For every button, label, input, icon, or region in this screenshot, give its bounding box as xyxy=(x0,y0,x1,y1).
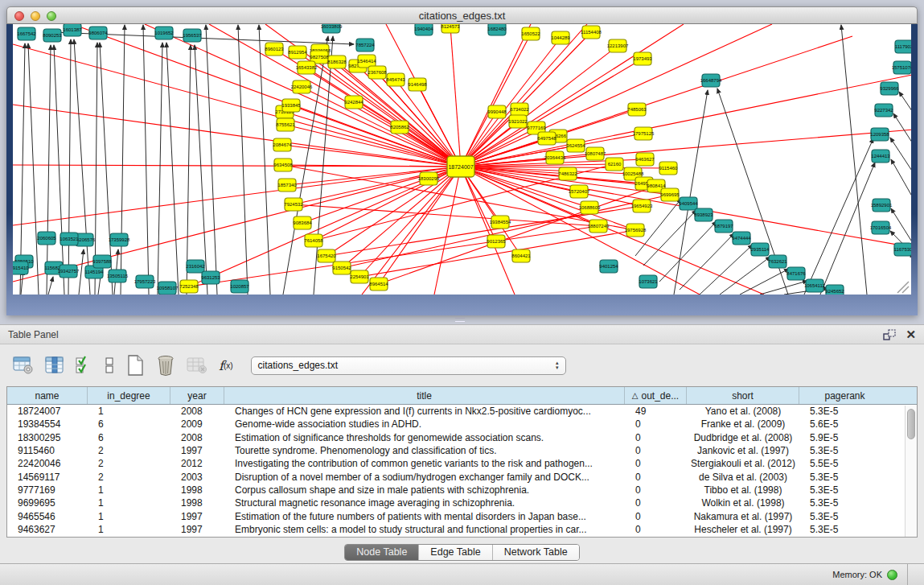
graph-node[interactable]: 9397588 xyxy=(92,255,112,268)
graph-node[interactable]: 7485063 xyxy=(627,103,647,116)
graph-node[interactable]: 7632621 xyxy=(768,255,787,268)
graph-node[interactable]: 16033809 xyxy=(321,24,343,33)
graph-node[interactable]: 9409544 xyxy=(679,197,698,210)
graph-node[interactable]: 18300295 xyxy=(418,172,440,185)
graph-node[interactable]: 1675420 xyxy=(317,249,336,262)
graph-node[interactable]: 8755621 xyxy=(276,118,295,131)
graph-node[interactable]: 1667542 xyxy=(17,27,36,40)
graph-node[interactable]: 20364436 xyxy=(544,151,566,164)
graph-node[interactable]: 1857340 xyxy=(277,179,297,192)
graph-node[interactable]: 7924532 xyxy=(284,198,303,211)
graph-node[interactable]: 9401254 xyxy=(599,260,618,273)
function-builder-icon[interactable]: f(x) xyxy=(219,352,233,379)
zoom-traffic-light-icon[interactable] xyxy=(47,11,56,21)
column-header-year[interactable]: year xyxy=(170,387,224,404)
graph-node[interactable]: 9463627 xyxy=(635,153,655,166)
graph-node[interactable]: 15751074 xyxy=(892,61,911,74)
graph-node[interactable]: 9806074 xyxy=(88,27,108,39)
graph-node[interactable]: 1650522 xyxy=(521,27,540,40)
column-header-title[interactable]: title xyxy=(224,387,625,404)
graph-node[interactable]: 7252348 xyxy=(179,280,199,293)
tab-edge-table[interactable]: Edge Table xyxy=(418,545,491,560)
graph-node[interactable]: 7486322 xyxy=(558,167,577,180)
graph-node[interactable]: 19384554 xyxy=(490,216,511,229)
graph-node[interactable]: 1063521 xyxy=(60,233,79,245)
graph-node[interactable]: 2367608 xyxy=(368,66,387,79)
table-row[interactable]: 1938455462009Genome-wide association stu… xyxy=(7,418,917,431)
graph-node[interactable]: 2935114 xyxy=(751,243,770,256)
graph-node[interactable]: 6879197 xyxy=(714,220,733,233)
graph-node[interactable]: 15892901 xyxy=(871,199,893,212)
graph-node[interactable]: 7614058 xyxy=(304,234,323,247)
tab-node-table[interactable]: Node Table xyxy=(345,545,418,560)
graph-node[interactable]: 15720407 xyxy=(569,185,590,198)
float-panel-icon[interactable] xyxy=(883,329,896,340)
window-titlebar[interactable]: citations_edges.txt xyxy=(6,6,918,24)
memory-ok-indicator-icon[interactable] xyxy=(887,570,897,580)
graph-node[interactable]: 10688609 xyxy=(579,201,601,214)
column-header-name[interactable]: name xyxy=(7,387,88,404)
graph-node[interactable]: 8964514 xyxy=(369,278,388,290)
graph-node[interactable]: 16648794 xyxy=(700,74,722,87)
graph-node[interactable]: 17359928 xyxy=(109,233,130,246)
table-row[interactable]: 977716911998Corpus callosum shape and si… xyxy=(7,484,917,496)
graph-node[interactable]: 6734022 xyxy=(510,103,529,116)
graph-node[interactable]: 1117902 xyxy=(895,40,911,53)
graph-node[interactable]: 8124573 xyxy=(441,24,460,33)
graph-node[interactable]: 8960123 xyxy=(265,43,284,56)
graph-node[interactable]: 19342757 xyxy=(58,265,80,278)
table-row[interactable]: 2242004622012Investigating the contribut… xyxy=(7,457,917,470)
graph-node[interactable]: 1209358 xyxy=(870,128,889,141)
close-traffic-light-icon[interactable] xyxy=(14,11,24,21)
row-height-icon[interactable] xyxy=(105,352,114,379)
minimize-traffic-light-icon[interactable] xyxy=(31,11,40,21)
graph-node[interactable]: 1940404 xyxy=(414,24,433,35)
graph-node[interactable]: 1167530 xyxy=(894,243,911,256)
graph-node[interactable]: 1019652 xyxy=(154,27,174,39)
table-row[interactable]: 1830029562008Estimation of significance … xyxy=(7,431,917,444)
graph-node[interactable]: 17975125 xyxy=(633,127,655,140)
graph-node[interactable]: 1044289 xyxy=(551,31,570,44)
graph-node[interactable]: 6497548 xyxy=(537,132,556,145)
graph-hub-node[interactable]: 18724007 xyxy=(447,156,474,177)
table-settings-icon[interactable] xyxy=(13,352,34,379)
graph-node[interactable]: 9631253 xyxy=(201,271,220,284)
graph-node[interactable]: 1921022 xyxy=(508,115,528,128)
graph-node[interactable]: 1682480 xyxy=(487,24,507,35)
graph-node[interactable]: 8186328 xyxy=(327,56,347,68)
graph-node[interactable]: 9474444 xyxy=(732,232,751,245)
graph-node[interactable]: 1020857 xyxy=(230,280,249,293)
graph-node[interactable]: 9227342 xyxy=(874,104,893,117)
graph-node[interactable]: 18807249 xyxy=(588,220,610,233)
graph-node[interactable]: 2254901 xyxy=(350,270,369,283)
graph-node[interactable]: 9115460 xyxy=(659,162,679,175)
graph-node[interactable]: 9634508 xyxy=(273,159,293,171)
graph-node[interactable]: 8604421 xyxy=(511,249,531,262)
graph-node[interactable]: 8205862 xyxy=(390,121,409,134)
graph-node[interactable]: 17016504 xyxy=(870,221,892,234)
graph-node[interactable]: 3624554 xyxy=(566,139,585,152)
graph-node[interactable]: 8912954 xyxy=(288,46,307,59)
graph-node[interactable]: 9150542 xyxy=(332,262,351,274)
graph-node[interactable]: 10958107 xyxy=(157,282,179,295)
graph-node[interactable]: 1601387 xyxy=(63,24,82,36)
graph-node[interactable]: 16543382 xyxy=(296,61,318,74)
window-resize-handle[interactable] xyxy=(897,282,909,293)
graph-node[interactable]: 9083684 xyxy=(293,216,312,229)
column-header-short[interactable]: short xyxy=(687,387,799,404)
graph-node[interactable]: 8454743 xyxy=(386,73,405,86)
table-row[interactable]: 911546021997Tourette syndrome. Phenomeno… xyxy=(7,444,917,457)
graph-node[interactable]: 2060605 xyxy=(37,232,56,245)
graph-node[interactable]: 19654923 xyxy=(631,200,653,212)
graph-node[interactable]: 1933845 xyxy=(281,99,301,112)
graph-node[interactable]: 13505115 xyxy=(107,270,129,282)
column-settings-icon[interactable] xyxy=(45,352,64,379)
column-header-pagerank[interactable]: pagerank xyxy=(799,387,890,404)
graph-node[interactable]: 22420046 xyxy=(291,80,313,93)
graph-node[interactable]: 1956537 xyxy=(183,29,202,42)
graph-node[interactable]: 3915410 xyxy=(13,262,29,274)
select-columns-icon[interactable] xyxy=(76,352,93,379)
graph-node[interactable]: 1244413 xyxy=(871,150,890,163)
column-header-in-degree[interactable]: in_degree xyxy=(88,387,170,404)
panel-resize-grip[interactable] xyxy=(455,318,465,322)
